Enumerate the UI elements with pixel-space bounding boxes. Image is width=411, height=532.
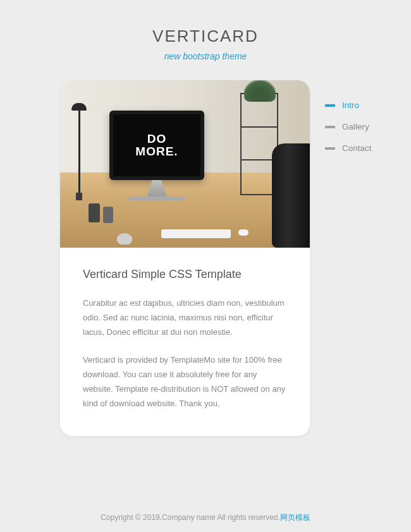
- dash-icon: [325, 104, 335, 107]
- main-content: DO MORE. Verticard Simple CSS Template C…: [0, 80, 411, 436]
- nav-item-contact[interactable]: Contact: [325, 143, 372, 153]
- card-paragraph-2: Verticard is provided by TemplateMo site…: [83, 353, 287, 411]
- dash-icon: [325, 147, 335, 150]
- nav-label: Contact: [342, 143, 372, 153]
- page-title: VERTICARD: [0, 27, 411, 46]
- nav-label: Gallery: [342, 122, 369, 131]
- dash-icon: [325, 126, 335, 128]
- footer: Copyright © 2019.Company name All rights…: [0, 512, 411, 523]
- nav-label: Intro: [342, 100, 359, 110]
- monitor-text-line1: DO: [135, 133, 178, 145]
- side-nav: Intro Gallery Contact: [325, 80, 372, 153]
- page-subtitle: new bootstrap theme: [0, 51, 411, 61]
- header: VERTICARD new bootstrap theme: [0, 0, 411, 80]
- hero-image: DO MORE.: [60, 80, 310, 248]
- footer-link[interactable]: 网页模板: [280, 513, 310, 522]
- card-title: Verticard Simple CSS Template: [83, 268, 287, 281]
- card-paragraph-1: Curabitur ac est dapibus, ultricies diam…: [83, 296, 287, 339]
- content-card: DO MORE. Verticard Simple CSS Template C…: [60, 80, 310, 436]
- nav-item-gallery[interactable]: Gallery: [325, 122, 372, 131]
- copyright-text: Copyright © 2019.Company name All rights…: [101, 513, 280, 522]
- monitor-text-line2: MORE.: [135, 145, 178, 158]
- monitor-icon: DO MORE.: [109, 111, 204, 180]
- nav-item-intro[interactable]: Intro: [325, 100, 372, 110]
- card-body: Verticard Simple CSS Template Curabitur …: [60, 248, 310, 436]
